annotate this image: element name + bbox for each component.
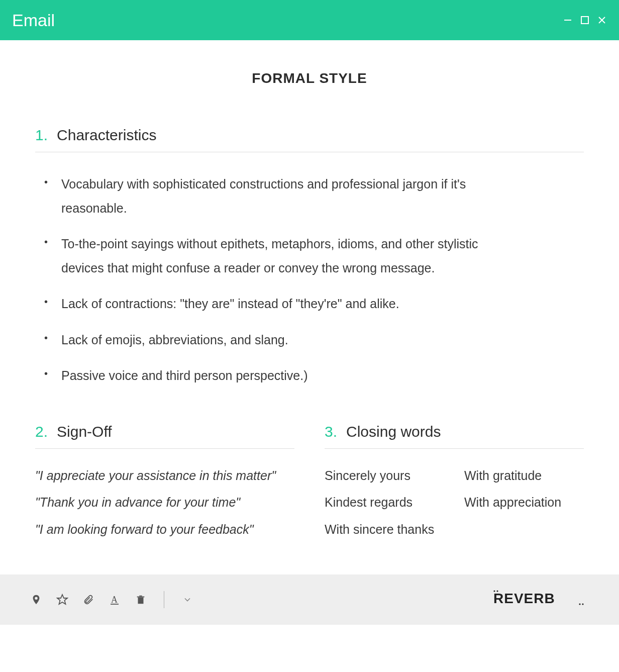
section-label: Characteristics bbox=[57, 127, 156, 144]
list-item: "I appreciate your assistance in this ma… bbox=[35, 464, 294, 488]
list-item: "I am looking forward to your feedback" bbox=[35, 518, 294, 542]
svg-point-11 bbox=[582, 603, 583, 605]
list-item: Lack of emojis, abbreviations, and slang… bbox=[44, 328, 486, 352]
signoff-list: "I appreciate your assistance in this ma… bbox=[35, 464, 294, 542]
list-item: Vocabulary with sophisticated constructi… bbox=[44, 172, 486, 220]
section-label: Closing words bbox=[346, 423, 441, 440]
closing-word: With sincere thanks bbox=[325, 518, 444, 542]
svg-rect-1 bbox=[581, 17, 588, 24]
closing-word: Kindest regards bbox=[325, 491, 444, 515]
star-icon[interactable] bbox=[56, 594, 68, 606]
characteristics-list: Vocabulary with sophisticated constructi… bbox=[35, 172, 584, 388]
section-label: Sign-Off bbox=[57, 423, 112, 440]
list-item: To-the-point sayings without epithets, m… bbox=[44, 232, 486, 280]
closing-word: Sincerely yours bbox=[325, 464, 444, 488]
footer-toolbar: A REVERB bbox=[0, 574, 619, 625]
svg-point-10 bbox=[579, 603, 580, 605]
text-format-icon[interactable]: A bbox=[109, 594, 121, 606]
maximize-button[interactable] bbox=[580, 15, 590, 25]
svg-text:REVERB: REVERB bbox=[493, 591, 555, 606]
closing-column: 3. Closing words Sincerely yours Kindest… bbox=[325, 423, 584, 545]
toolbar-divider bbox=[164, 591, 164, 608]
brand-logo: REVERB bbox=[493, 588, 584, 612]
closing-word: With gratitude bbox=[464, 464, 584, 488]
svg-point-8 bbox=[493, 590, 495, 592]
minimize-button[interactable] bbox=[563, 15, 573, 25]
section-heading-signoff: 2. Sign-Off bbox=[35, 423, 294, 449]
svg-marker-4 bbox=[57, 595, 67, 604]
two-column-row: 2. Sign-Off "I appreciate your assistanc… bbox=[35, 423, 584, 545]
closing-words-grid: Sincerely yours Kindest regards With sin… bbox=[325, 464, 584, 545]
page-title: FORMAL STYLE bbox=[35, 70, 584, 86]
window-title-bar: Email bbox=[0, 0, 619, 40]
section-number: 3. bbox=[325, 423, 337, 440]
section-heading-characteristics: 1. Characteristics bbox=[35, 127, 584, 152]
signoff-column: 2. Sign-Off "I appreciate your assistanc… bbox=[35, 423, 294, 545]
list-item: "Thank you in advance for your time" bbox=[35, 491, 294, 515]
section-number: 2. bbox=[35, 423, 48, 440]
location-pin-icon[interactable] bbox=[30, 594, 42, 606]
list-item: Passive voice and third person perspecti… bbox=[44, 364, 486, 388]
footer-icon-group: A bbox=[30, 591, 193, 608]
svg-text:A: A bbox=[111, 595, 118, 605]
closing-col-2: With gratitude With appreciation bbox=[464, 464, 584, 545]
window-controls bbox=[563, 15, 607, 25]
app-title: Email bbox=[12, 11, 55, 30]
svg-point-9 bbox=[496, 590, 498, 592]
trash-icon[interactable] bbox=[135, 594, 147, 606]
paperclip-icon[interactable] bbox=[82, 594, 94, 606]
list-item: Lack of contractions: "they are" instead… bbox=[44, 292, 486, 316]
document-body: FORMAL STYLE 1. Characteristics Vocabula… bbox=[0, 40, 619, 574]
section-number: 1. bbox=[35, 127, 48, 144]
closing-col-1: Sincerely yours Kindest regards With sin… bbox=[325, 464, 444, 545]
close-button[interactable] bbox=[597, 15, 607, 25]
chevron-down-icon[interactable] bbox=[181, 594, 193, 606]
section-heading-closing: 3. Closing words bbox=[325, 423, 584, 449]
closing-word: With appreciation bbox=[464, 491, 584, 515]
